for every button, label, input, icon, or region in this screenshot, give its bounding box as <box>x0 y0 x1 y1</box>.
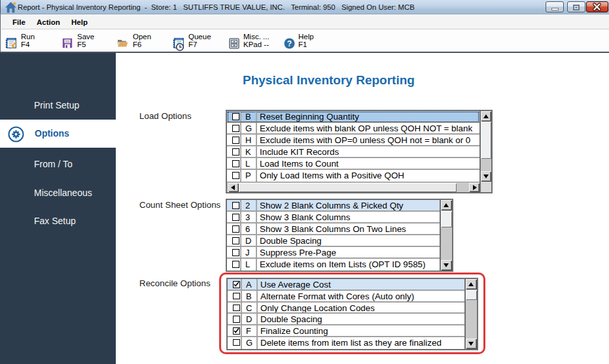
svg-text:?: ? <box>287 39 292 48</box>
